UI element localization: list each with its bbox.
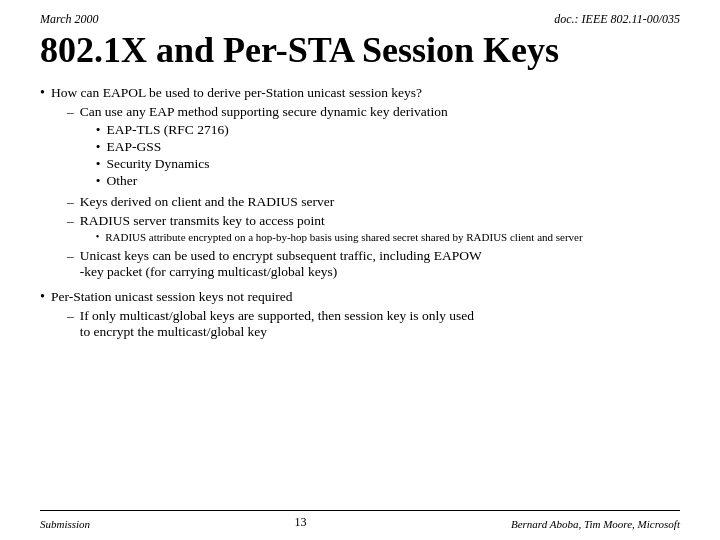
sub-item-3: • Security Dynamics (96, 156, 680, 172)
dash-4-line2: -key packet (for carrying multicast/glob… (80, 264, 338, 279)
dash-char-2-1: – (67, 308, 74, 324)
sub-item-4: • Other (96, 173, 680, 189)
dash-char-1: – (67, 104, 74, 120)
dash-4-text: Unicast keys can be used to encrypt subs… (80, 248, 680, 280)
sub-item-2-text: EAP-GSS (106, 139, 680, 155)
bullet-1-label: How can EAPOL be used to derive per-Stat… (51, 85, 422, 100)
sub-item-4-text: Other (106, 173, 680, 189)
dash-3-sub-char: • (96, 231, 100, 242)
dash-1: – Can use any EAP method supporting secu… (67, 104, 680, 191)
sub-item-3-text: Security Dynamics (106, 156, 680, 172)
bullet-2: • Per-Station unicast session keys not r… (40, 289, 680, 343)
sub-item-1: • EAP-TLS (RFC 2716) (96, 122, 680, 138)
dash-2-1-line1: If only multicast/global keys are suppor… (80, 308, 474, 323)
dash-2-1-line2: to encrypt the multicast/global key (80, 324, 267, 339)
footer-page-number: 13 (295, 515, 307, 530)
bullet-1-text: How can EAPOL be used to derive per-Stat… (51, 85, 680, 283)
slide-page: March 2000 doc.: IEEE 802.11-00/035 802.… (0, 0, 720, 540)
dash-list-2: – If only multicast/global keys are supp… (67, 308, 680, 340)
sub-bullet-list: • EAP-TLS (RFC 2716) • EAP-GSS • Securit… (96, 122, 680, 189)
header: March 2000 doc.: IEEE 802.11-00/035 (40, 12, 680, 27)
sub-item-2: • EAP-GSS (96, 139, 680, 155)
header-doc: doc.: IEEE 802.11-00/035 (554, 12, 680, 27)
sub-item-1-text: EAP-TLS (RFC 2716) (106, 122, 680, 138)
bullet-2-text: Per-Station unicast session keys not req… (51, 289, 680, 343)
content-area: • How can EAPOL be used to derive per-St… (40, 85, 680, 510)
dash-3-sub-item: • RADIUS attribute encrypted on a hop-by… (96, 231, 680, 243)
dash-3-sub: • RADIUS attribute encrypted on a hop-by… (96, 231, 680, 243)
bullet-2-label: Per-Station unicast session keys not req… (51, 289, 293, 304)
page-title: 802.1X and Per-STA Session Keys (40, 31, 680, 71)
dash-2: – Keys derived on client and the RADIUS … (67, 194, 680, 210)
footer-authors: Bernard Aboba, Tim Moore, Microsoft (511, 518, 680, 530)
bullet-char-2: • (40, 289, 45, 305)
dash-4: – Unicast keys can be used to encrypt su… (67, 248, 680, 280)
dash-2-1: – If only multicast/global keys are supp… (67, 308, 680, 340)
dash-char-2: – (67, 194, 74, 210)
dash-list-1: – Can use any EAP method supporting secu… (67, 104, 680, 280)
dash-4-line1: Unicast keys can be used to encrypt subs… (80, 248, 482, 263)
sub-bullet-char-1: • (96, 122, 101, 138)
dash-3-sub-text: RADIUS attribute encrypted on a hop-by-h… (105, 231, 680, 243)
footer: Submission 13 Bernard Aboba, Tim Moore, … (40, 510, 680, 530)
dash-3-text: RADIUS server transmits key to access po… (80, 213, 680, 245)
sub-bullet-char-3: • (96, 156, 101, 172)
sub-bullet-char-4: • (96, 173, 101, 189)
dash-char-4: – (67, 248, 74, 264)
bullet-char-1: • (40, 85, 45, 101)
dash-3-label: RADIUS server transmits key to access po… (80, 213, 325, 228)
dash-2-text: Keys derived on client and the RADIUS se… (80, 194, 680, 210)
sub-bullet-char-2: • (96, 139, 101, 155)
dash-1-label: Can use any EAP method supporting secure… (80, 104, 448, 119)
dash-3: – RADIUS server transmits key to access … (67, 213, 680, 245)
header-date: March 2000 (40, 12, 99, 27)
bullet-1: • How can EAPOL be used to derive per-St… (40, 85, 680, 283)
dash-2-1-text: If only multicast/global keys are suppor… (80, 308, 680, 340)
dash-1-text: Can use any EAP method supporting secure… (80, 104, 680, 191)
dash-char-3: – (67, 213, 74, 229)
footer-submission: Submission (40, 518, 90, 530)
